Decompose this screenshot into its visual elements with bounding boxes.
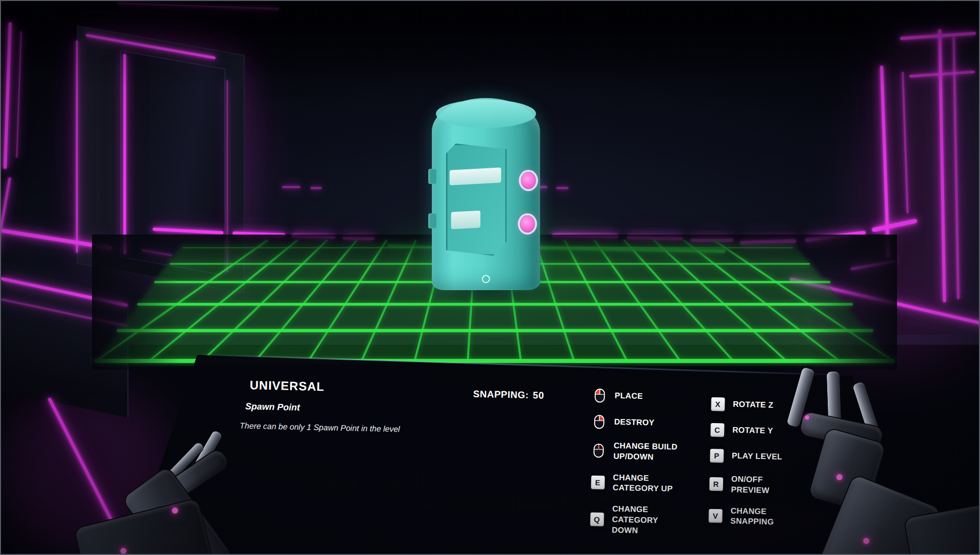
category-title: UNIVERSAL: [250, 378, 325, 394]
joint-light: [863, 538, 869, 544]
mouse-scroll-icon: [589, 443, 608, 459]
keybind-label: PLACE: [614, 391, 683, 403]
cylinder-port-dot: [482, 275, 490, 283]
keybind-row: P PLAY LEVEL: [707, 448, 801, 465]
keycap: V: [708, 509, 723, 523]
keybind-row: X ROTATE Z: [708, 396, 802, 413]
spawn-point-cylinder[interactable]: [432, 98, 540, 290]
snapping-label: SNAPPING:: [473, 389, 529, 400]
keybind-column-left: PLACE DESTROY: [587, 388, 684, 548]
keybind-row: R ON/OFF PREVIEW: [706, 474, 800, 497]
game-viewport[interactable]: UNIVERSAL Spawn Point There can be only …: [0, 0, 980, 555]
mouse-right-click-icon: [590, 414, 608, 430]
keybind-label: ROTATE Y: [732, 425, 801, 437]
item-name: Spawn Point: [245, 401, 300, 413]
cylinder-button: [521, 172, 536, 189]
cylinder-light-bar: [451, 210, 480, 229]
keybind-label: CHANGE SNAPPING: [730, 505, 799, 528]
keybind-label: PLAY LEVEL: [732, 450, 800, 462]
item-description: There can be only 1 Spawn Point in the l…: [240, 422, 400, 434]
keycap: R: [709, 477, 723, 491]
snapping-indicator: SNAPPING:50: [473, 389, 544, 401]
keycap: P: [709, 448, 724, 462]
keybind-row: Q CHANGE CATEGORY DOWN: [588, 503, 681, 537]
joint-light: [120, 548, 126, 554]
joint-light: [172, 507, 178, 514]
cylinder-nub: [428, 169, 436, 184]
cylinder-button: [520, 215, 535, 233]
keybind-label: CHANGE BUILD UP/DOWN: [613, 441, 683, 464]
keybind-label: ON/OFF PREVIEW: [731, 474, 800, 497]
keycap: E: [591, 476, 605, 490]
keycap: X: [711, 397, 725, 411]
keybind-label: CHANGE CATEGORY DOWN: [612, 504, 681, 537]
keycap: C: [710, 423, 724, 437]
keybind-row: E CHANGE CATEGORY UP: [588, 472, 682, 495]
keybind-row: DESTROY: [590, 414, 683, 432]
keybind-row: C ROTATE Y: [708, 422, 801, 439]
cylinder-nub: [428, 213, 436, 228]
mouse-left-click-icon: [590, 388, 609, 404]
joint-light: [805, 415, 809, 420]
keybind-label: CHANGE CATEGORY UP: [612, 472, 682, 495]
keybind-row: V CHANGE SNAPPING: [706, 505, 799, 528]
keybind-row: PLACE: [590, 388, 684, 405]
cylinder-light-bar: [450, 167, 501, 185]
joint-light: [836, 474, 842, 480]
snapping-value: 50: [533, 390, 545, 400]
cylinder-cap: [436, 100, 536, 128]
keybind-row: CHANGE BUILD UP/DOWN: [589, 440, 683, 464]
keybind-label: DESTROY: [614, 417, 683, 429]
keycap: Q: [590, 513, 604, 527]
cylinder-panel: [446, 144, 507, 256]
